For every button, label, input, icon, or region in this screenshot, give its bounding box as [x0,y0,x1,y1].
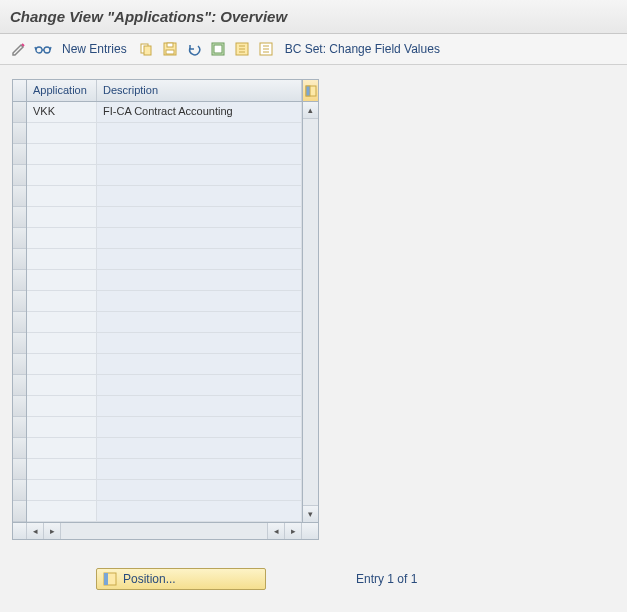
cell-description[interactable] [97,333,302,353]
table-row[interactable] [27,228,302,249]
table-row[interactable] [27,396,302,417]
cell-description[interactable] [97,312,302,332]
deselect-all-icon[interactable] [257,40,275,58]
copy-icon[interactable] [137,40,155,58]
row-selector[interactable] [13,249,26,270]
change-icon[interactable] [10,40,28,58]
cell-application[interactable] [27,459,97,479]
save-icon[interactable] [161,40,179,58]
cell-description[interactable] [97,354,302,374]
table-row[interactable] [27,312,302,333]
row-selector[interactable] [13,102,26,123]
position-button[interactable]: Position... [96,568,266,590]
cell-application[interactable] [27,375,97,395]
cell-description[interactable] [97,165,302,185]
cell-application[interactable] [27,501,97,521]
cell-description[interactable] [97,291,302,311]
scroll-left2-button[interactable]: ▸ [44,523,61,539]
table-row[interactable] [27,165,302,186]
row-selector[interactable] [13,501,26,522]
row-selector[interactable] [13,438,26,459]
cell-application[interactable] [27,480,97,500]
cell-description[interactable] [97,396,302,416]
cell-description[interactable] [97,249,302,269]
cell-application[interactable] [27,417,97,437]
cell-application[interactable] [27,354,97,374]
scroll-right2-button[interactable]: ▸ [284,523,301,539]
cell-description[interactable] [97,417,302,437]
cell-application[interactable] [27,312,97,332]
cell-description[interactable] [97,228,302,248]
glasses-icon[interactable] [34,40,52,58]
table-row[interactable] [27,354,302,375]
scroll-up-button[interactable]: ▴ [303,102,318,119]
cell-application[interactable] [27,396,97,416]
cell-application[interactable] [27,144,97,164]
row-selector[interactable] [13,123,26,144]
row-selector[interactable] [13,459,26,480]
cell-application[interactable] [27,270,97,290]
table-row[interactable] [27,417,302,438]
scroll-right-button[interactable]: ◂ [267,523,284,539]
table-row[interactable]: VKKFI-CA Contract Accounting [27,102,302,123]
table-row[interactable] [27,249,302,270]
cell-description[interactable] [97,501,302,521]
cell-description[interactable] [97,438,302,458]
new-entries-button[interactable]: New Entries [58,42,131,56]
table-row[interactable] [27,438,302,459]
row-selector[interactable] [13,165,26,186]
cell-description[interactable] [97,144,302,164]
row-selector[interactable] [13,228,26,249]
select-block-icon[interactable] [233,40,251,58]
row-selector[interactable] [13,354,26,375]
cell-application[interactable] [27,123,97,143]
cell-application[interactable] [27,207,97,227]
hscroll-track[interactable] [61,523,267,539]
table-row[interactable] [27,480,302,501]
row-selector[interactable] [13,417,26,438]
cell-application[interactable] [27,333,97,353]
cell-application[interactable]: VKK [27,102,97,122]
row-selector[interactable] [13,270,26,291]
bc-set-button[interactable]: BC Set: Change Field Values [281,42,444,56]
cell-application[interactable] [27,165,97,185]
cell-application[interactable] [27,291,97,311]
cell-description[interactable] [97,186,302,206]
table-row[interactable] [27,501,302,522]
cell-description[interactable] [97,459,302,479]
row-selector[interactable] [13,480,26,501]
cell-description[interactable] [97,375,302,395]
row-selector[interactable] [13,291,26,312]
table-row[interactable] [27,291,302,312]
cell-description[interactable]: FI-CA Contract Accounting [97,102,302,122]
scroll-track[interactable] [303,119,318,505]
table-row[interactable] [27,186,302,207]
table-row[interactable] [27,270,302,291]
select-all-icon[interactable] [209,40,227,58]
row-selector[interactable] [13,207,26,228]
table-settings-icon[interactable] [303,80,318,102]
header-description[interactable]: Description [97,80,302,101]
table-row[interactable] [27,144,302,165]
row-selector[interactable] [13,375,26,396]
undo-icon[interactable] [185,40,203,58]
scroll-left-button[interactable]: ◂ [27,523,44,539]
cell-description[interactable] [97,480,302,500]
row-selector[interactable] [13,333,26,354]
scroll-down-button[interactable]: ▾ [303,505,318,522]
cell-description[interactable] [97,270,302,290]
table-row[interactable] [27,375,302,396]
row-selector[interactable] [13,312,26,333]
cell-application[interactable] [27,228,97,248]
cell-description[interactable] [97,207,302,227]
table-row[interactable] [27,123,302,144]
table-row[interactable] [27,207,302,228]
cell-application[interactable] [27,186,97,206]
row-selector[interactable] [13,144,26,165]
header-application[interactable]: Application [27,80,97,101]
row-selector[interactable] [13,186,26,207]
table-row[interactable] [27,459,302,480]
cell-application[interactable] [27,438,97,458]
row-selector[interactable] [13,396,26,417]
cell-application[interactable] [27,249,97,269]
